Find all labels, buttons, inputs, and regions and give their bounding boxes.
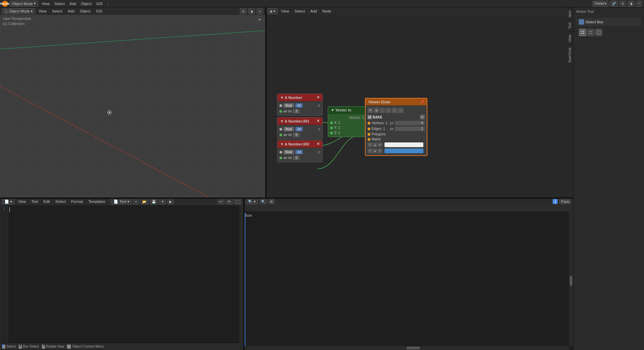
output-value[interactable]: 5 (293, 133, 300, 137)
timeline[interactable]: 🔍 ▾ 🔍 ⚙ 1 Playb Sum (243, 197, 573, 350)
sphere-icon[interactable]: ○ (386, 108, 391, 113)
socket-y[interactable] (330, 127, 333, 129)
tl-play-btn[interactable]: Playb (559, 199, 571, 204)
menu-add[interactable]: Add (68, 1, 78, 6)
point-icon[interactable]: · (380, 108, 385, 113)
menu-object[interactable]: Object (79, 1, 94, 6)
timeline-scrollbar-h-thumb[interactable] (406, 347, 420, 349)
arrow-icon[interactable]: → (398, 108, 403, 113)
menu-view[interactable]: View (40, 1, 52, 6)
te-wrap-btn[interactable]: ↩ (218, 198, 224, 205)
text-editor-content[interactable] (8, 205, 239, 343)
tl-type-dropdown[interactable]: 🔍 ▾ (246, 198, 258, 205)
menu-gis[interactable]: GIS (94, 1, 105, 6)
text-editor-body[interactable]: 1 (0, 205, 243, 343)
socket-output[interactable] (279, 157, 282, 159)
btn-float[interactable]: float (283, 150, 294, 154)
bake-close[interactable]: ✕ (420, 115, 425, 119)
grid-icon[interactable]: ⊞ (374, 108, 379, 113)
pin-icon[interactable]: 📌 (420, 100, 424, 104)
color-swatch-blue[interactable] (385, 149, 423, 153)
btn-float[interactable]: float (283, 127, 294, 131)
vertices-socket[interactable] (368, 122, 370, 125)
vp-menu-add[interactable]: Add (66, 8, 77, 14)
node-editor-type-dropdown[interactable]: ◈ ▾ (267, 8, 278, 14)
viewport-gizmo-btn[interactable]: ∿ (256, 8, 263, 14)
snap-btn[interactable]: 🔗 (610, 1, 618, 7)
output-value[interactable]: 6 (293, 156, 300, 160)
te-fullscreen-btn[interactable]: ⛶ (234, 198, 241, 205)
te-menu-view[interactable]: View (16, 199, 28, 204)
swatch-icon-c[interactable]: ✏ (378, 142, 382, 147)
te-open-btn[interactable]: 📂 (140, 198, 148, 205)
swatch-icon-a[interactable]: ⬡ (368, 142, 372, 147)
tl-settings-btn[interactable]: ⚙ (268, 199, 275, 204)
te-menu-templates[interactable]: Templates (86, 199, 107, 204)
side-tab-sverkchok[interactable]: SverChok (567, 45, 573, 65)
scrollbar-vertical[interactable] (239, 205, 243, 343)
timeline-scrollbar-h[interactable] (244, 346, 569, 350)
node-a-number[interactable]: ▼ A Number ✕ float int ⊙ an int 3 (277, 93, 323, 116)
socket-float[interactable] (279, 128, 282, 131)
timeline-body[interactable]: Sum (244, 205, 573, 350)
output-value[interactable]: 3 (293, 109, 300, 113)
te-menu-select[interactable]: Select (53, 199, 68, 204)
shading-btn[interactable]: ◑ (627, 1, 635, 7)
node-close-icon[interactable]: ✕ (317, 95, 320, 100)
te-type-dropdown[interactable]: 📄 ▾ (2, 198, 15, 205)
node-close-icon[interactable]: ✕ (317, 142, 320, 146)
te-save-btn[interactable]: 💾 (150, 198, 158, 205)
tl-search-btn[interactable]: 🔍 (259, 199, 267, 204)
bake-checkbox[interactable] (368, 115, 372, 119)
te-file-dropdown[interactable]: 📄 Text ▾ (111, 198, 131, 205)
overlay-btn[interactable]: ⊙ (619, 1, 626, 7)
socket-output[interactable] (279, 134, 282, 136)
vertices-px[interactable]: 4 (395, 121, 425, 125)
btn-float[interactable]: float (283, 103, 294, 108)
matrix-socket[interactable] (368, 138, 370, 141)
socket-float[interactable] (279, 151, 282, 154)
swatch-icon-b[interactable]: ▲ (373, 142, 377, 147)
swatch-icon-d[interactable]: ⬡ (368, 149, 372, 153)
side-tab-tool[interactable]: Tool (567, 20, 573, 31)
nav-gizmo[interactable]: ⊕ (256, 16, 263, 23)
node-close-icon[interactable]: ✕ (317, 119, 320, 123)
menu-select[interactable]: Select (52, 1, 67, 6)
vp-menu-select[interactable]: Select (50, 8, 65, 14)
swatch-icon-f[interactable]: ✏ (378, 149, 382, 153)
graph-btn[interactable]: ~ (636, 1, 642, 7)
edges-px[interactable]: 1 (395, 127, 425, 131)
text-editor[interactable]: 📄 ▾ View Text Edit Select Format Templat… (0, 197, 243, 350)
side-tab-view[interactable]: View (567, 32, 573, 45)
ne-menu-select[interactable]: Select (293, 8, 307, 14)
te-run-btn[interactable]: ▶ (167, 198, 174, 205)
te-sync-btn[interactable]: ⟳ (226, 198, 232, 205)
mode-icon-dots3[interactable] (595, 29, 602, 36)
node-a-number-002[interactable]: ▼ A Number.002 ✕ float int ⊙ an int 6 (277, 140, 323, 162)
btn-int[interactable]: int (295, 150, 303, 154)
side-tab-item[interactable]: Item (567, 7, 573, 20)
ne-menu-node[interactable]: Node (320, 8, 333, 14)
viewport-mode-dropdown[interactable]: ⬡ Object Mode ▾ (2, 8, 35, 14)
edges-socket[interactable] (368, 128, 370, 130)
socket-float[interactable] (279, 104, 282, 107)
viewport-overlay-btn[interactable]: ⊙ (240, 8, 247, 14)
te-new-btn[interactable]: + (133, 198, 139, 205)
socket-x[interactable] (330, 122, 333, 124)
cube-icon[interactable]: □ (392, 108, 397, 113)
swatch-icon-e[interactable]: ▲ (373, 149, 377, 153)
te-menu-text[interactable]: Text (29, 199, 40, 204)
mode-icon-dots2[interactable] (587, 29, 594, 36)
global-dropdown[interactable]: Global ▾ (592, 1, 609, 7)
color-swatch-white[interactable] (385, 142, 423, 147)
node-viewer-draw[interactable]: Viewer Draw 📌 👁 ⊞ · ○ □ → BAKE ✕ Vert (365, 98, 427, 156)
vp-menu-gis[interactable]: GIS (94, 8, 104, 14)
mode-icon-dots[interactable] (579, 29, 586, 36)
vp-menu-view[interactable]: View (36, 8, 49, 14)
eye-icon[interactable]: 👁 (368, 108, 373, 113)
tl-page-1-btn[interactable]: 1 (552, 199, 558, 204)
btn-int[interactable]: int (295, 127, 303, 131)
viewport-3d[interactable]: ⬡ Object Mode ▾ View Select Add Object G… (0, 7, 265, 197)
vp-menu-object[interactable]: Object (78, 8, 93, 14)
ne-menu-view[interactable]: View (279, 8, 291, 14)
